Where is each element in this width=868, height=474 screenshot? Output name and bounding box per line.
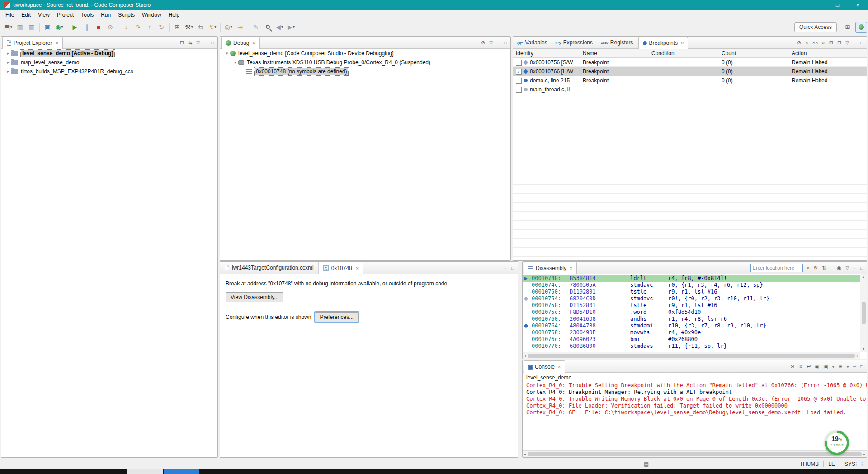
disassembly-row[interactable]: 00010760: 20041638 andhs r1, r4, r8, lsr… [523, 316, 860, 322]
table-row[interactable]: ✓ 0x00010766 [H/W Breakpoint 0 (0) Remai… [513, 67, 867, 76]
status-doc-icon[interactable]: ▤ [644, 461, 649, 467]
maximize-panel-icon[interactable]: □ [860, 40, 863, 45]
debug-tree-item[interactable]: 0x00010748 (no symbols are defined) [220, 67, 510, 76]
disassembly-row[interactable]: 00010770: 680B6800 stmdavs r11, {r11, sp… [523, 343, 860, 350]
disassembly-row[interactable]: 00010750: D1192801 tstle r9, r1, lsl #16 [523, 289, 860, 295]
scrollbar-thumb[interactable] [528, 452, 862, 456]
scrollbar-thumb[interactable] [528, 354, 855, 358]
disassembly-row[interactable]: 00010768: 2300490E movwhs r4, #0x90e [523, 329, 860, 336]
console-view-button[interactable]: ▣ [42, 22, 53, 33]
view-disassembly-button[interactable]: View Disassembly... [226, 292, 283, 302]
menu-tools[interactable]: Tools [77, 10, 97, 19]
menu-scripts[interactable]: Scripts [114, 10, 138, 19]
connect-target-button[interactable]: ⇆ [195, 22, 206, 33]
disassembly-row[interactable]: 00010764: 480A4788 stmdami r10, {r3, r7,… [523, 322, 860, 329]
project-item[interactable]: ▸ msp_level_sense_demo [1, 58, 217, 67]
minimize-panel-icon[interactable]: ─ [504, 265, 507, 270]
view-menu-icon[interactable]: ▽ [489, 40, 493, 45]
debug-perspective-button[interactable] [855, 22, 867, 33]
menu-edit[interactable]: Edit [18, 10, 34, 19]
sync-icon[interactable]: ⇅ [822, 265, 826, 271]
disconnect-icon[interactable]: ⊘ [481, 40, 485, 46]
step-filters-button[interactable]: ⇥ [235, 22, 245, 33]
network-speed-overlay[interactable]: 19% ↑ 1.5K/s [825, 431, 849, 455]
column-condition[interactable]: Condition [649, 50, 719, 57]
tab-disassembly[interactable]: Disassembly × [524, 262, 577, 274]
target-config-button[interactable]: ◎▾ [223, 22, 234, 33]
forward-button[interactable]: ▶▾ [286, 22, 297, 33]
save-all-button[interactable]: ▥ [26, 22, 37, 33]
tab-0x10748[interactable]: c 0x10748 × [319, 262, 363, 274]
close-tab-icon[interactable]: × [55, 40, 58, 46]
collapse-icon[interactable]: ▾ [232, 60, 238, 65]
pin-icon[interactable]: ◉ [837, 265, 842, 271]
minimize-button[interactable]: ─ [807, 0, 827, 10]
skip-all-breakpoints-icon[interactable]: ⊘ [797, 40, 801, 46]
menu-run[interactable]: Run [97, 10, 114, 19]
disassembly-row[interactable]: 00010754: 68204C0D stmdavs r0!, {r0, r2,… [523, 295, 860, 302]
close-tab-icon[interactable]: × [252, 40, 255, 46]
horizontal-scrollbar[interactable]: ◂ ▸ [523, 450, 867, 457]
remove-breakpoint-icon[interactable]: × [805, 40, 808, 45]
back-button[interactable]: ◀▾ [274, 22, 285, 33]
menu-project[interactable]: Project [53, 10, 77, 19]
scroll-right-icon[interactable]: ▸ [863, 452, 865, 456]
word-wrap-icon[interactable]: ↩ [807, 364, 811, 370]
disconnect-button[interactable]: ⊘ [105, 22, 116, 33]
memory-view-button[interactable]: ⊞ [172, 22, 183, 33]
table-row[interactable]: main_thread.c, li --- --- --- --- [513, 85, 867, 94]
link-editor-icon[interactable]: ⇆ [188, 40, 192, 46]
chevron-down-icon[interactable]: ▾ [847, 364, 849, 369]
horizontal-scrollbar[interactable]: ◂ ▸ [523, 352, 860, 359]
debug-tree-item[interactable]: ▾ Texas Instruments XDS110 USB Debug Pro… [220, 58, 510, 67]
breakpoint-checkbox[interactable] [516, 78, 522, 84]
disassembly-row[interactable]: 00010748: B5384814 ldrlt r4, [r8, #-0x81… [523, 275, 860, 282]
tab-variables[interactable]: (x)= Variables [513, 37, 552, 48]
expand-all-icon[interactable]: ⊞ [829, 40, 833, 46]
tab-debug[interactable]: Debug × [221, 37, 260, 49]
clear-console-icon[interactable]: ⊗ [790, 364, 794, 370]
vertical-scrollbar[interactable]: ▴ ▾ [860, 274, 867, 352]
close-button[interactable]: × [848, 0, 868, 10]
column-name[interactable]: Name [580, 50, 649, 57]
scroll-right-icon[interactable]: ▸ [857, 354, 859, 358]
breakpoint-checkbox[interactable]: ✓ [516, 69, 522, 75]
column-count[interactable]: Count [719, 50, 789, 57]
minimize-panel-icon[interactable]: ─ [853, 40, 856, 45]
maximize-panel-icon[interactable]: □ [860, 265, 863, 270]
table-row[interactable]: demo.c, line 215 Breakpoint 0 (0) Remain… [513, 76, 867, 85]
tab-registers[interactable]: 1010 Registers [597, 37, 637, 48]
maximize-panel-icon[interactable]: □ [860, 364, 863, 369]
suspend-button[interactable]: ∥ [81, 22, 92, 33]
taskbar-item[interactable] [164, 469, 199, 474]
tab-target-configuration[interactable]: iwr1443TargetConfiguration.ccxml [220, 262, 319, 274]
open-console-icon[interactable]: ⊞ [839, 364, 843, 370]
annotate-button[interactable]: ✎ [250, 22, 261, 33]
step-over-button[interactable]: ↷ [132, 22, 143, 33]
terminate-button[interactable]: ■ [93, 22, 104, 33]
project-item[interactable]: ▸ level_sense_demo [Active - Debug] [1, 49, 217, 58]
scroll-left-icon[interactable]: ◂ [524, 452, 526, 456]
flash-button[interactable]: ↯▾ [207, 22, 218, 33]
quick-access-button[interactable]: Quick Access [794, 22, 837, 32]
close-tab-icon[interactable]: × [356, 265, 359, 271]
column-identity[interactable]: Identity [513, 50, 580, 57]
minimize-panel-icon[interactable]: ─ [497, 40, 500, 45]
new-button[interactable]: ▤▾ [3, 22, 14, 33]
menu-help[interactable]: Help [165, 10, 184, 19]
step-into-button[interactable]: ↓ [121, 22, 132, 33]
disassembly-row[interactable]: 0001076c: 4A096023 bmi #0x268800 [523, 336, 860, 343]
close-tab-icon[interactable]: × [570, 265, 572, 271]
collapse-all-icon[interactable]: ⊟ [837, 40, 841, 46]
maximize-button[interactable]: □ [827, 0, 848, 10]
project-item[interactable]: ▸ tirtos_builds_MSP_EXP432P401R_debug_cc… [1, 67, 217, 76]
refresh-icon[interactable]: ↻ [814, 265, 818, 271]
disassembly-row[interactable]: 00010758: D1152801 tstle r9, r1, lsl #16 [523, 302, 860, 309]
tab-breakpoints[interactable]: Breakpoints × [638, 37, 689, 49]
debug-tree-item[interactable]: ▾ level_sense_demo [Code Composer Studio… [220, 49, 510, 58]
save-button[interactable]: ▥ [14, 22, 25, 33]
goto-file-icon[interactable]: » [822, 40, 825, 45]
windows-taskbar[interactable] [0, 469, 868, 474]
debug-launch-button[interactable]: ◉▾ [54, 22, 65, 33]
minimize-panel-icon[interactable]: ─ [853, 265, 856, 270]
